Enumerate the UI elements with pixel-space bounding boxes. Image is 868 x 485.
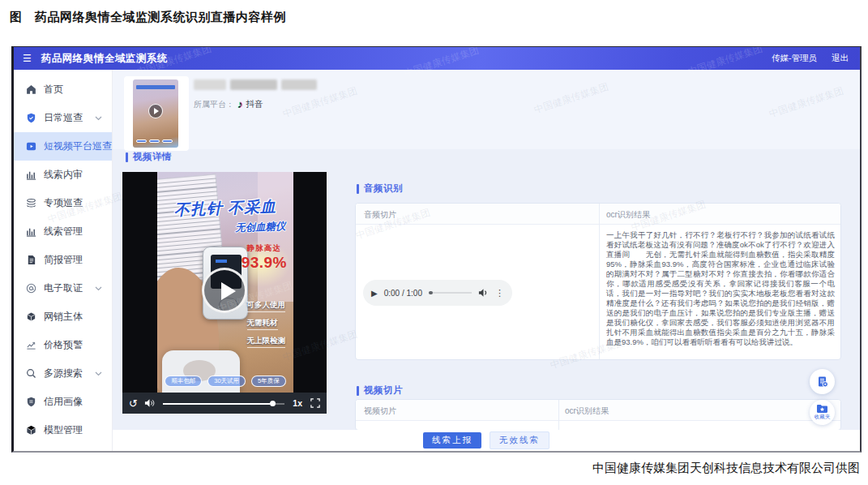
sidebar-item-label: 多源搜索 [44,367,83,380]
sidebar-item-label: 信用画像 [44,395,83,409]
volume-icon[interactable] [144,398,155,408]
sidebar-item-home[interactable]: 首页 [14,75,112,104]
page: 图 药品网络舆情全域监测系统识别直播内容样例 中国健康传媒集团 中国健康传媒集团… [0,0,868,485]
sidebar-item-label: 日常巡查 [44,111,83,125]
action-bar: 线索上报 无效线索 [113,430,860,451]
audio-progress[interactable] [429,292,472,294]
logout-button[interactable]: 退出 [832,53,849,64]
col-ocr-result: ocr识别结果 [565,406,609,417]
clipboard-report-icon [816,376,829,388]
sidebar-item-credit-profile[interactable]: 信用画像 [14,388,112,416]
sidebar-item-short-video-patrol[interactable]: 短视频平台巡查 [14,132,112,161]
sidebar-item-label: 价格预警 [44,338,83,352]
sidebar-item-label: 电子取证 [44,281,83,295]
audio-time: 0:00 / 1:00 [384,289,422,298]
video-table-header: 视频切片 ocr识别结果 [356,400,840,421]
favorites-button[interactable]: 收藏夹 [810,400,835,425]
report-clue-button[interactable]: 线索上报 [423,432,481,449]
sidebar-item-label: 模型管理 [44,423,83,437]
shield-icon [26,113,36,123]
app-title: 药品网络舆情全域监测系统 [41,52,168,66]
feature-list: 可多人使用 无需耗材 无上限检测 [247,300,286,354]
ocr-result-text: 一上午我干了好几针，行不行？老板行不行？我参加的试纸看试纸看好试纸老板这边有没有… [606,230,835,347]
trend-alert-icon [26,340,36,350]
feature-item: 无需耗材 [247,318,278,330]
app-window: 中国健康传媒集团 中国健康传媒集团 中国健康传媒集团 中国健康传媒集团 中国健康… [11,46,862,453]
sidebar-item-daily-patrol[interactable]: 日常巡查 [14,104,112,132]
sidebar-item-label: 简报管理 [44,253,83,267]
player-controls: ↺ 1x [122,393,327,414]
badge: 顺丰包邮 [165,376,202,387]
replay-icon[interactable]: ↺ [129,398,138,409]
accuracy-value: 93.9% [242,254,287,272]
sidebar-item-multi-source-search[interactable]: 多源搜索 [14,359,112,388]
menu-icon[interactable]: ☰ [23,54,32,63]
document-icon [26,255,36,265]
badge: 5年质保 [251,376,286,387]
video-info-card [124,76,189,151]
column-divider [558,400,559,430]
at-circle-icon [26,283,36,294]
cube-icon [26,425,36,436]
invalid-clue-button[interactable]: 无效线索 [490,431,549,449]
sidebar-item-label: 首页 [44,83,63,97]
current-user[interactable]: 传媒-管理员 [772,53,817,64]
audio-play-icon[interactable]: ▶ [371,289,378,298]
sidebar-item-briefing-management[interactable]: 简报管理 [14,246,112,274]
audio-player[interactable]: ▶ 0:00 / 1:00 ⋮ [363,280,512,306]
video-slice-table: 视频切片 ocr识别结果 [355,399,841,431]
folder-star-icon [816,404,828,414]
audio-recognition-table: 音频切片 ocr识别结果 ▶ 0:00 / 1:00 ⋮ 一上午我干了好几针，行… [355,203,841,360]
video-player: 不扎针 不采血 无创血糖仪 静脉高达 93.9% 可多人使用 无需耗材 无上限检… [122,172,327,414]
audio-table-header: 音频切片 ocr识别结果 [356,204,840,225]
sidebar-item-online-sellers[interactable]: 网销主体 [14,303,112,331]
audio-menu-icon[interactable]: ⋮ [495,288,504,298]
column-divider [599,204,600,359]
sidebar-item-label: 线索管理 [44,225,83,238]
slider-knob[interactable] [270,401,276,406]
sidebar-item-label: 网销主体 [44,310,83,324]
col-audio-slice: 音频切片 [364,209,396,221]
progress-slider[interactable] [163,399,284,407]
playback-speed[interactable]: 1x [293,398,302,408]
main-content: 所属平台： ♪ 抖音 视频详情 [113,70,860,451]
figure-title: 图 药品网络舆情全域监测系统识别直播内容样例 [10,10,286,25]
play-button[interactable] [202,268,247,313]
section-video-detail: 视频详情 [126,151,172,163]
redacted-video-title [194,79,317,90]
platform-label: 所属平台： [194,99,234,110]
col-video-slice: 视频切片 [364,406,396,417]
search-icon [26,368,36,379]
col-ocr-result: ocr识别结果 [606,209,650,221]
sidebar-item-clue-management[interactable]: 线索管理 [14,217,112,246]
fullscreen-icon[interactable] [310,398,320,408]
tiktok-icon: ♪ [237,98,243,110]
video-thumbnail[interactable] [133,79,178,148]
sidebar-item-model-management[interactable]: 模型管理 [14,416,112,444]
figure-credit: 中国健康传媒集团天创科技信息技术有限公司供图 [592,461,860,476]
bar-chart-icon [26,226,36,237]
section-audio-recognition: 音频识别 [357,182,403,195]
play-icon [148,104,163,118]
feature-item: 无上限检测 [247,336,286,348]
badge-row: 顺丰包邮 30天试用 5年质保 [157,376,293,387]
sidebar-item-price-alert[interactable]: 价格预警 [14,331,112,359]
sidebar-item-label: 线索内审 [44,168,83,182]
sidebar-item-label: 短视频平台巡查 [44,139,112,153]
audio-volume-icon[interactable] [478,288,489,298]
video-icon [26,141,36,152]
home-icon [26,84,36,95]
chevron-down-icon [95,116,102,121]
report-shortcut-button[interactable] [810,369,835,394]
sidebar-item-e-forensics[interactable]: 电子取证 [14,274,112,303]
box-icon [26,311,36,322]
feature-item: 可多人使用 [247,300,286,312]
chevron-down-icon [95,371,102,376]
platform-row: 所属平台： ♪ 抖音 [194,98,263,110]
platform-name: 抖音 [246,99,263,110]
shield-badge-icon [26,397,36,407]
sidebar-item-special-patrol[interactable]: 专项巡查 [14,189,112,217]
sidebar-item-clue-review[interactable]: 线索内审 [14,161,112,189]
favorites-label: 收藏夹 [815,414,831,421]
overlay-subtitle: 无创血糖仪 [234,220,285,235]
